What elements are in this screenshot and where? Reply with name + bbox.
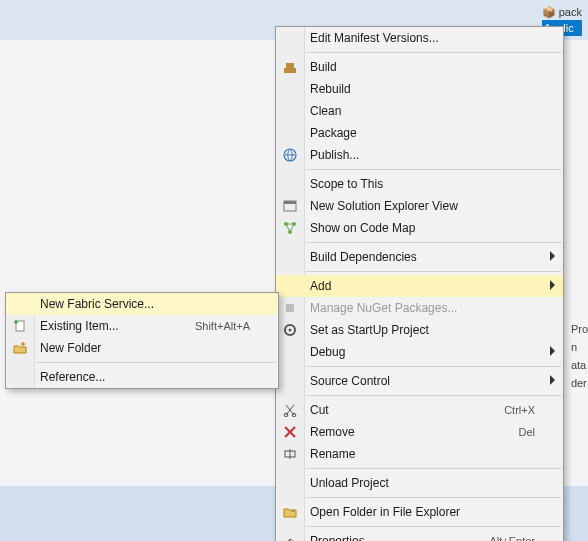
menu-publish[interactable]: Publish... — [276, 144, 563, 166]
code-map-icon — [281, 219, 299, 237]
existing-item-icon — [11, 317, 29, 335]
menu-separator — [306, 497, 561, 498]
menu-separator — [306, 52, 561, 53]
folder-open-icon — [281, 503, 299, 521]
submenu-new-folder[interactable]: New Folder — [6, 337, 278, 359]
menu-separator — [36, 362, 276, 363]
menu-edit-manifest[interactable]: Edit Manifest Versions... — [276, 27, 563, 49]
build-icon — [281, 58, 299, 76]
publish-icon — [281, 146, 299, 164]
window-icon — [281, 197, 299, 215]
menu-separator — [306, 169, 561, 170]
menu-label: Scope to This — [310, 177, 383, 191]
menu-label: New Solution Explorer View — [310, 199, 458, 213]
menu-clean[interactable]: Clean — [276, 100, 563, 122]
menu-separator — [306, 468, 561, 469]
menu-set-startup[interactable]: Set as StartUp Project — [276, 319, 563, 341]
menu-new-solution-explorer[interactable]: New Solution Explorer View — [276, 195, 563, 217]
wrench-icon — [281, 532, 299, 541]
menu-label: Show on Code Map — [310, 221, 415, 235]
menu-separator — [306, 395, 561, 396]
svg-rect-0 — [284, 68, 296, 73]
menu-rename[interactable]: Rename — [276, 443, 563, 465]
menu-label: Cut — [310, 403, 329, 417]
menu-separator — [306, 271, 561, 272]
submenu-arrow-icon — [549, 345, 557, 357]
menu-debug[interactable]: Debug — [276, 341, 563, 363]
menu-cut[interactable]: Cut Ctrl+X — [276, 399, 563, 421]
submenu-arrow-icon — [549, 250, 557, 262]
menu-label: Rename — [310, 447, 355, 461]
shortcut-label: Shift+Alt+A — [195, 315, 250, 337]
rename-icon — [281, 445, 299, 463]
menu-label: New Folder — [40, 341, 101, 355]
menu-open-folder[interactable]: Open Folder in File Explorer — [276, 501, 563, 523]
menu-label: Properties — [310, 534, 365, 541]
menu-show-code-map[interactable]: Show on Code Map — [276, 217, 563, 239]
nuget-icon — [281, 299, 299, 317]
submenu-new-fabric-service[interactable]: New Fabric Service... — [6, 293, 278, 315]
right-panel-fragment: Pro nata der — [571, 320, 588, 392]
menu-scope-to-this[interactable]: Scope to This — [276, 173, 563, 195]
svg-point-10 — [289, 329, 292, 332]
menu-label: Unload Project — [310, 476, 389, 490]
menu-label: Publish... — [310, 148, 359, 162]
menu-properties[interactable]: Properties Alt+Enter — [276, 530, 563, 541]
menu-manage-nuget[interactable]: Manage NuGet Packages... — [276, 297, 563, 319]
submenu-existing-item[interactable]: Existing Item... Shift+Alt+A — [6, 315, 278, 337]
shortcut-label: Del — [518, 421, 535, 443]
menu-add[interactable]: Add — [276, 275, 563, 297]
menu-label: Source Control — [310, 374, 390, 388]
menu-source-control[interactable]: Source Control — [276, 370, 563, 392]
svg-rect-4 — [284, 201, 296, 204]
submenu-arrow-icon — [549, 374, 557, 386]
menu-label: Debug — [310, 345, 345, 359]
menu-separator — [306, 526, 561, 527]
gear-icon — [281, 321, 299, 339]
menu-label: Build Dependencies — [310, 250, 417, 264]
menu-label: Package — [310, 126, 357, 140]
menu-label: Edit Manifest Versions... — [310, 31, 439, 45]
shortcut-label: Ctrl+X — [504, 399, 535, 421]
project-context-menu: Edit Manifest Versions... Build Rebuild … — [275, 26, 564, 541]
menu-label: Rebuild — [310, 82, 351, 96]
menu-label: Reference... — [40, 370, 105, 384]
menu-separator — [306, 242, 561, 243]
menu-label: Existing Item... — [40, 319, 119, 333]
menu-label: Manage NuGet Packages... — [310, 301, 457, 315]
menu-label: New Fabric Service... — [40, 297, 154, 311]
shortcut-label: Alt+Enter — [489, 530, 535, 541]
menu-remove[interactable]: Remove Del — [276, 421, 563, 443]
add-submenu: New Fabric Service... Existing Item... S… — [5, 292, 279, 389]
svg-rect-1 — [286, 63, 294, 68]
submenu-arrow-icon — [549, 279, 557, 291]
menu-package[interactable]: Package — [276, 122, 563, 144]
menu-separator — [306, 366, 561, 367]
menu-label: Clean — [310, 104, 341, 118]
svg-rect-8 — [286, 304, 294, 312]
menu-build-dependencies[interactable]: Build Dependencies — [276, 246, 563, 268]
menu-unload-project[interactable]: Unload Project — [276, 472, 563, 494]
cut-icon — [281, 401, 299, 419]
menu-rebuild[interactable]: Rebuild — [276, 78, 563, 100]
remove-icon — [281, 423, 299, 441]
new-folder-icon — [11, 339, 29, 357]
menu-label: Add — [310, 279, 331, 293]
menu-label: Set as StartUp Project — [310, 323, 429, 337]
menu-label: Remove — [310, 425, 355, 439]
submenu-reference[interactable]: Reference... — [6, 366, 278, 388]
menu-label: Build — [310, 60, 337, 74]
menu-build[interactable]: Build — [276, 56, 563, 78]
menu-label: Open Folder in File Explorer — [310, 505, 460, 519]
